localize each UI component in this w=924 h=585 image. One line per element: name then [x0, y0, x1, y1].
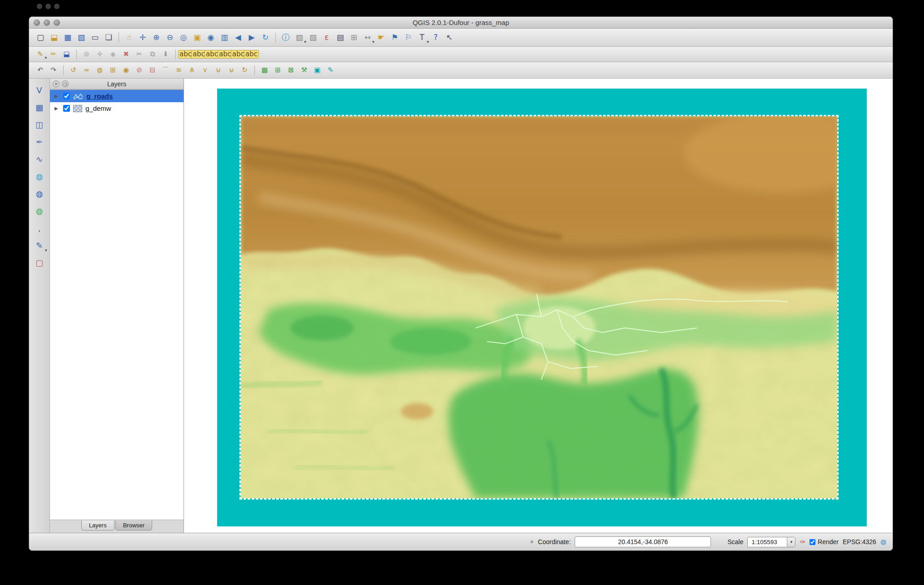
new-spatialite-layer-button[interactable]: ▢ — [32, 256, 47, 270]
copy-features-button[interactable]: ⧉ — [146, 48, 159, 60]
mouse-position-icon[interactable]: ⌖ — [530, 538, 534, 546]
expand-arrow-icon[interactable]: ▶ — [55, 106, 60, 111]
whats-this-button[interactable]: ↖ — [442, 31, 456, 45]
undo-button[interactable]: ↶ — [34, 64, 47, 76]
close-window-button[interactable] — [34, 20, 40, 26]
grass-close-mapset-button[interactable]: ⊠ — [284, 64, 298, 76]
composer-manager-button[interactable]: ❏ — [102, 31, 115, 45]
select-by-expression-button[interactable]: ε — [320, 31, 333, 45]
refresh-map-button[interactable]: ↻ — [258, 31, 272, 45]
map-canvas[interactable] — [184, 79, 893, 533]
rotate-feature-button[interactable]: ↺ — [67, 64, 80, 76]
select-features-button[interactable]: ▧▾ — [293, 31, 306, 45]
tab-browser[interactable]: Browser — [115, 521, 153, 530]
zoom-to-selection-button[interactable]: ◉ — [204, 31, 218, 45]
merge-features-button[interactable]: ⊍ — [212, 64, 225, 76]
open-project-button[interactable]: ⬓ — [47, 31, 61, 45]
show-bookmarks-button[interactable]: ⚐ — [402, 31, 415, 45]
zoom-out-button[interactable]: ⊖ — [163, 31, 177, 45]
stop-rendering-icon[interactable]: ✑ — [800, 538, 805, 546]
add-postgis-layer-button[interactable]: ◫ — [32, 118, 47, 132]
coordinate-input[interactable] — [575, 536, 711, 547]
zoom-full-button[interactable]: ▣ — [190, 31, 204, 45]
simplify-feature-button[interactable]: ≈ — [80, 64, 93, 76]
highlight-labels-button[interactable]: abc — [205, 48, 219, 60]
grass-new-mapset-button[interactable]: ⊞ — [271, 64, 284, 76]
minimize-window-button[interactable] — [44, 20, 50, 26]
delete-ring-button[interactable]: ⊘ — [133, 64, 146, 76]
add-wms-layer-button[interactable]: ◍ — [32, 169, 47, 184]
crs-status-icon[interactable]: ◍ — [880, 538, 886, 546]
merge-attributes-button[interactable]: ⊌ — [225, 64, 238, 76]
add-part-button[interactable]: ⊞ — [106, 64, 119, 76]
zoom-next-button[interactable]: ▶ — [245, 31, 258, 45]
toggle-editing-button[interactable]: ✏ — [47, 48, 60, 60]
save-layer-edits-button[interactable]: ⬓ — [60, 48, 73, 60]
panel-float-button[interactable]: ◳ — [62, 80, 69, 87]
new-project-button[interactable]: ▢ — [34, 31, 47, 45]
open-attribute-table-button[interactable]: ▤ — [333, 31, 347, 45]
pan-to-selection-button[interactable]: ✛ — [136, 31, 149, 45]
fill-ring-button[interactable]: ◉ — [119, 64, 133, 76]
zoom-in-button[interactable]: ⊕ — [149, 31, 163, 45]
add-wcs-layer-button[interactable]: ◍ — [32, 187, 47, 201]
zoom-last-button[interactable]: ◀ — [231, 31, 245, 45]
save-project-button[interactable]: ▦ — [61, 31, 75, 45]
labeling-button[interactable]: abc — [179, 48, 192, 60]
text-annotation-button[interactable]: T▾ — [415, 31, 429, 45]
paste-features-button[interactable]: ⬇ — [159, 48, 172, 60]
current-edits-button[interactable]: ✎▾ — [34, 48, 47, 60]
layer-visibility-checkbox[interactable] — [63, 105, 70, 112]
zoom-to-layer-button[interactable]: ▥ — [218, 31, 231, 45]
move-feature-button[interactable]: ✛ — [93, 48, 106, 60]
add-mssql-layer-button[interactable]: ∿ — [32, 152, 47, 167]
reshape-features-button[interactable]: ⌒ — [159, 64, 172, 76]
delete-part-button[interactable]: ⊟ — [146, 64, 159, 76]
split-features-button[interactable]: ⋔ — [185, 64, 199, 76]
rotate-point-symbols-button[interactable]: ↻ — [238, 64, 251, 76]
layer-visibility-checkbox[interactable] — [63, 93, 70, 99]
add-raster-layer-button[interactable]: ▦ — [32, 100, 47, 115]
split-parts-button[interactable]: ⋎ — [199, 64, 212, 76]
new-bookmark-button[interactable]: ⚑ — [388, 31, 402, 45]
pan-map-button[interactable]: ☝ — [122, 31, 136, 45]
panel-close-button[interactable]: ✕ — [53, 80, 60, 87]
zoom-actual-button[interactable]: ◎ — [177, 31, 190, 45]
add-delimited-text-layer-button[interactable]: , — [32, 221, 47, 236]
add-vector-layer-button[interactable]: V — [32, 83, 47, 98]
grass-tools-button[interactable]: ⚒ — [298, 64, 311, 76]
expand-arrow-icon[interactable]: ▶ — [55, 94, 60, 99]
field-calculator-button[interactable]: ⊞ — [347, 31, 361, 45]
add-feature-button[interactable]: ⊚ — [80, 48, 93, 60]
redo-button[interactable]: ↷ — [47, 64, 60, 76]
deselect-features-button[interactable]: ▨ — [306, 31, 320, 45]
pin-labels-button[interactable]: abc — [192, 48, 205, 60]
scale-dropdown-arrow-icon[interactable]: ▾ — [787, 537, 795, 547]
add-spatialite-layer-button[interactable]: ✒ — [32, 135, 47, 149]
change-label-button[interactable]: abc — [245, 48, 258, 60]
add-ring-button[interactable]: ◍ — [93, 64, 106, 76]
layer-row-g-demw[interactable]: ▶ g_demw — [50, 102, 184, 114]
grass-edit-region-button[interactable]: ✎ — [324, 64, 337, 76]
delete-selected-button[interactable]: ✖ — [119, 48, 133, 60]
render-checkbox[interactable] — [810, 539, 815, 545]
tab-layers[interactable]: Layers — [81, 521, 114, 530]
measure-button[interactable]: ↔▾ — [361, 31, 374, 45]
identify-features-button[interactable]: ⓘ — [279, 31, 293, 45]
node-tool-button[interactable]: ◈ — [106, 48, 119, 60]
zoom-window-button[interactable] — [54, 20, 60, 26]
grass-display-region-button[interactable]: ▣ — [311, 64, 324, 76]
layer-row-g-roads[interactable]: ▶ g_roads — [50, 90, 184, 102]
new-shapefile-layer-button[interactable]: ✎▾ — [32, 238, 47, 253]
new-print-composer-button[interactable]: ▭ — [88, 31, 102, 45]
map-tips-button[interactable]: ☛ — [374, 31, 388, 45]
rotate-label-button[interactable]: abc — [232, 48, 245, 60]
help-contents-button[interactable]: ? — [429, 31, 442, 45]
offset-curve-button[interactable]: ≋ — [172, 64, 185, 76]
save-project-as-button[interactable]: ▧ — [75, 31, 88, 45]
add-wfs-layer-button[interactable]: ◍ — [32, 204, 47, 218]
scale-combo[interactable]: 1:105593 ▾ — [747, 537, 795, 547]
grass-open-mapset-button[interactable]: ▦ — [258, 64, 271, 76]
move-label-button[interactable]: abc — [219, 48, 232, 60]
cut-features-button[interactable]: ✂ — [133, 48, 146, 60]
